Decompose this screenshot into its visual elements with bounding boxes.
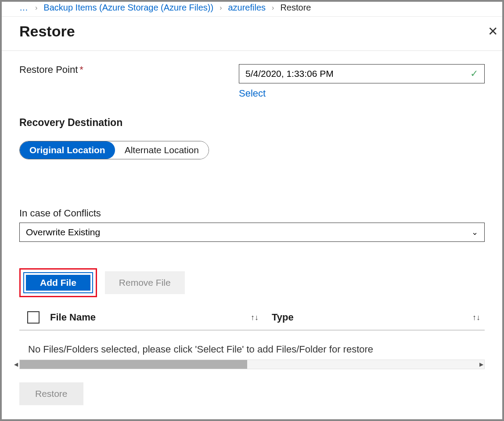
sort-icon[interactable]: ↑↓: [472, 313, 480, 322]
select-all-checkbox[interactable]: [27, 311, 40, 324]
restore-point-input[interactable]: 5/4/2020, 1:33:06 PM ✓: [239, 64, 485, 83]
original-location-option[interactable]: Original Location: [20, 141, 115, 159]
sort-icon[interactable]: ↑↓: [251, 313, 259, 322]
close-icon[interactable]: ✕: [488, 24, 498, 39]
add-file-highlight: Add File: [19, 268, 97, 297]
select-restore-point-link[interactable]: Select: [239, 88, 266, 99]
breadcrumb: … › Backup Items (Azure Storage (Azure F…: [2, 2, 502, 17]
recovery-destination-label: Recovery Destination: [19, 117, 485, 129]
breadcrumb-ellipsis[interactable]: …: [19, 3, 29, 13]
chevron-right-icon: ›: [220, 4, 222, 12]
conflicts-dropdown[interactable]: Overwrite Existing ⌄: [19, 223, 485, 242]
horizontal-scrollbar[interactable]: ◀ ▶: [19, 360, 485, 369]
scroll-right-icon[interactable]: ▶: [477, 360, 485, 369]
file-table-header: File Name ↑↓ Type ↑↓: [19, 305, 485, 331]
breadcrumb-backup-items[interactable]: Backup Items (Azure Storage (Azure Files…: [43, 3, 213, 13]
restore-point-value: 5/4/2020, 1:33:06 PM: [245, 68, 334, 79]
restore-button: Restore: [19, 382, 83, 405]
type-column-header[interactable]: Type: [272, 312, 294, 323]
recovery-location-toggle: Original Location Alternate Location: [19, 141, 209, 159]
filename-column-header[interactable]: File Name: [50, 312, 96, 323]
chevron-right-icon: ›: [272, 4, 274, 12]
chevron-right-icon: ›: [35, 4, 37, 12]
breadcrumb-current: Restore: [280, 3, 311, 13]
add-file-button[interactable]: Add File: [24, 273, 92, 292]
remove-file-button: Remove File: [105, 271, 185, 294]
breadcrumb-azurefiles[interactable]: azurefiles: [228, 3, 266, 13]
chevron-down-icon: ⌄: [472, 227, 478, 237]
alternate-location-option[interactable]: Alternate Location: [115, 141, 209, 159]
page-header: Restore ✕: [2, 17, 502, 51]
restore-point-label: Restore Point*: [19, 64, 239, 76]
page-title: Restore: [19, 23, 75, 40]
scroll-left-icon[interactable]: ◀: [12, 360, 20, 369]
empty-files-message: No Files/Folders selected, please click …: [19, 331, 485, 360]
scrollbar-thumb[interactable]: [20, 360, 247, 369]
conflicts-selected-value: Overwrite Existing: [26, 227, 100, 237]
check-icon: ✓: [470, 68, 478, 79]
conflicts-label: In case of Conflicts: [19, 208, 485, 219]
